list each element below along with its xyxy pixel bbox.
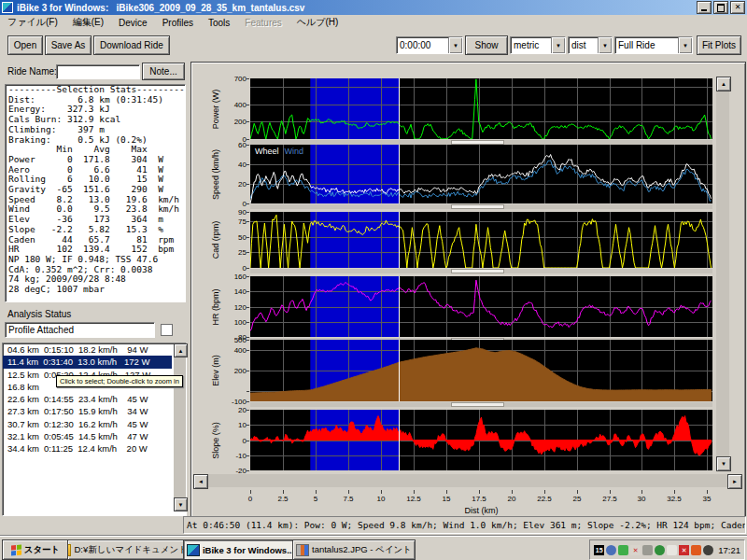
axis-title-cad: Cad (rpm) <box>210 212 221 268</box>
scroll-right-icon[interactable]: ► <box>727 474 742 489</box>
ytick-mark <box>247 470 249 471</box>
taskbar-clock: 17:21 <box>718 545 740 555</box>
tray-icon-antivirus[interactable] <box>655 545 665 555</box>
menu-item-2[interactable]: 編集(E) <box>65 15 111 30</box>
ytick-power: 700 <box>222 75 247 83</box>
chevron-down-icon[interactable]: ▼ <box>551 37 565 53</box>
show-button[interactable]: Show <box>465 35 508 55</box>
ytick-speed: 40 <box>222 161 247 169</box>
ride-name-input[interactable] <box>56 64 140 79</box>
tray-icon-picture-viewer[interactable] <box>606 545 616 555</box>
chevron-down-icon[interactable]: ▼ <box>598 37 612 53</box>
ytick-hr: 120 <box>222 303 247 312</box>
interval-row-2[interactable]: 11.4 km 0:31:40 13.0 km/h 172 W <box>3 356 172 368</box>
tray-icon-mouse[interactable] <box>667 545 677 555</box>
range-combo[interactable]: Full Ride▼ <box>614 36 693 54</box>
interval-row-6[interactable]: 27.3 km 0:17:50 15.9 km/h 34 W <box>3 405 172 417</box>
ytick-elev: 400 <box>222 346 247 355</box>
time-combo[interactable]: 0:00:00▼ <box>396 36 463 54</box>
open-button[interactable]: Open <box>7 35 43 55</box>
pane-scroll-thumb[interactable] <box>451 402 504 407</box>
tray-icon-security-scan[interactable] <box>691 545 701 555</box>
interval-row-1[interactable]: 04.6 km 0:15:10 18.2 km/h 94 W <box>3 343 172 356</box>
ytick-cad: 25 <box>222 248 247 257</box>
xaxis-combo[interactable]: dist▼ <box>568 36 613 54</box>
interval-row-9[interactable]: 34.4 km 0:11:25 12.4 km/h 20 W <box>3 442 172 455</box>
pane-scroll-thumb[interactable] <box>451 204 504 209</box>
start-button[interactable]: スタート <box>2 539 69 560</box>
interval-list[interactable]: 04.6 km 0:15:10 18.2 km/h 94 W11.4 km 0:… <box>2 343 187 516</box>
tray-icon-ime-indicator[interactable]: 15 <box>594 545 604 555</box>
axis-title-hr: HR (bpm) <box>210 279 221 335</box>
ytick-mark <box>247 237 249 238</box>
menu-item-5[interactable]: Tools <box>201 17 237 29</box>
interval-row-7[interactable]: 30.7 km 0:12:30 16.2 km/h 45 W <box>3 418 172 430</box>
plot-power[interactable] <box>250 78 712 139</box>
tray-icon-error-badge[interactable]: ✕ <box>679 545 689 555</box>
analysis-status-field[interactable]: Profile Attached <box>5 322 155 338</box>
fit-plots-button[interactable]: Fit Plots <box>697 35 741 55</box>
ytick-mark <box>247 105 249 105</box>
restore-button[interactable] <box>713 1 728 14</box>
ytick-slope: -10 <box>222 452 247 460</box>
xtick-label: 2.5 <box>269 495 297 503</box>
plot-speed[interactable] <box>250 145 712 203</box>
ytick-speed: 60 <box>222 141 247 149</box>
taskbar-task-1[interactable]: D:¥新しいマイドキュメント¥.. <box>67 539 189 560</box>
ytick-mark <box>247 401 249 402</box>
interval-list-scrollbar[interactable]: ▲▼ <box>174 343 186 511</box>
menu-item-3[interactable]: Device <box>111 17 155 29</box>
scroll-up-icon[interactable]: ▲ <box>716 77 731 91</box>
plot-cad[interactable] <box>250 212 712 268</box>
plot-elev[interactable] <box>250 340 712 401</box>
ytick-hr: 140 <box>222 287 247 296</box>
plot-slope[interactable] <box>250 410 712 470</box>
menu-item-1[interactable]: ファイル(F) <box>0 15 65 30</box>
plot-hr[interactable] <box>250 276 712 337</box>
xtick-mark <box>348 490 349 494</box>
units-combo[interactable]: metric▼ <box>510 36 566 54</box>
minimize-button[interactable] <box>697 1 712 14</box>
menu-item-4[interactable]: Profiles <box>155 17 201 29</box>
save-as-button[interactable]: Save As <box>45 35 92 55</box>
tray-icon-gpu-utility[interactable] <box>703 545 713 555</box>
analysis-status-label: Analysis Status <box>7 309 71 319</box>
xtick-mark <box>641 490 642 494</box>
note-button[interactable]: Note... <box>142 63 185 80</box>
status-text: At 0:46:50 (11.4 km): Pow: 0 W; Speed 9.… <box>184 520 746 530</box>
scroll-down-icon[interactable]: ▼ <box>174 497 188 511</box>
close-button[interactable]: ✕ <box>730 1 745 14</box>
ytick-speed: 20 <box>222 180 247 189</box>
interval-row-8[interactable]: 32.1 km 0:05:45 14.5 km/h 47 W <box>3 430 172 442</box>
ytick-mark <box>247 268 249 269</box>
tray-icon-audio[interactable] <box>642 545 653 555</box>
ytick-mark <box>247 276 249 277</box>
menu-item-7[interactable]: ヘルプ(H) <box>289 15 346 30</box>
pane-scroll-strip[interactable] <box>250 204 712 209</box>
chevron-down-icon[interactable]: ▼ <box>448 37 462 53</box>
ibike-icon <box>187 544 200 556</box>
chevron-down-icon[interactable]: ▼ <box>678 37 692 53</box>
ytick-mark <box>247 340 249 341</box>
pane-scroll-thumb[interactable] <box>451 269 504 273</box>
app-icon <box>2 2 13 13</box>
v-scrollbar[interactable]: ▲▼ <box>716 77 729 471</box>
xtick-mark <box>707 490 708 494</box>
interval-row-5[interactable]: 22.6 km 0:14:55 23.4 km/h 45 W <box>3 393 172 405</box>
pane-scroll-strip[interactable] <box>250 269 712 273</box>
pane-scroll-strip[interactable] <box>250 402 712 407</box>
taskbar-task-3[interactable]: tantalus2.JPG - ペイント <box>292 539 416 560</box>
window-title: iBike 3 for Windows: iBike306_2009_09_28… <box>17 3 304 13</box>
download-ride-button[interactable]: Download Ride <box>93 35 170 55</box>
scroll-down-icon[interactable]: ▼ <box>716 456 731 471</box>
analysis-checkbox[interactable] <box>161 324 173 336</box>
tray-icon-green-orb[interactable] <box>618 545 628 555</box>
scroll-left-icon[interactable]: ◄ <box>193 474 208 489</box>
ytick-cad: 90 <box>222 208 247 217</box>
h-scrollbar[interactable]: ◄► <box>193 474 742 487</box>
scroll-up-icon[interactable]: ▲ <box>174 343 188 357</box>
screen: iBike 3 for Windows: iBike306_2009_09_28… <box>0 0 747 560</box>
taskbar-task-2[interactable]: iBike 3 for Windows... <box>183 539 298 560</box>
ytick-mark <box>247 252 249 253</box>
tray-icon-net-disconnect[interactable]: ✕ <box>630 545 641 555</box>
